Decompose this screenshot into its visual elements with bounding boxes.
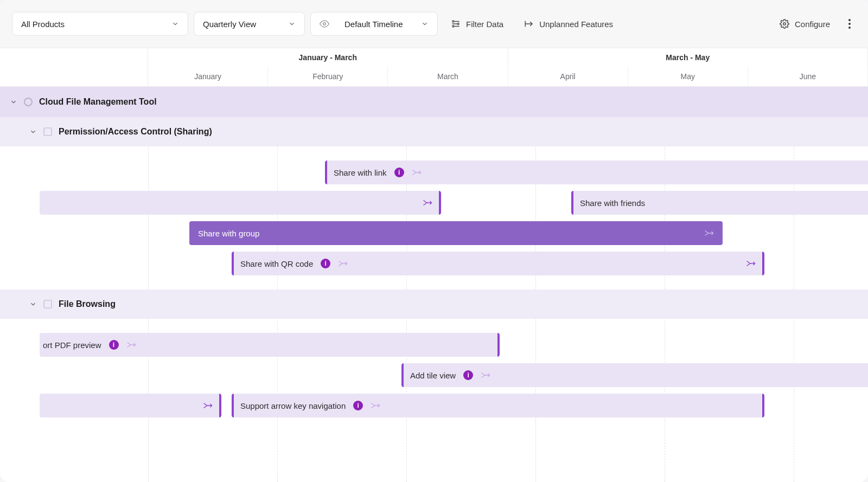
feature-bar[interactable]: Share with linki	[325, 160, 868, 184]
timeline-content: Cloud File Management ToolPermission/Acc…	[0, 87, 868, 482]
unplanned-button[interactable]: Unplanned Features	[516, 12, 621, 36]
svg-point-5	[457, 23, 459, 25]
feature-bar[interactable]	[40, 394, 221, 417]
chevron-down-icon	[421, 20, 429, 28]
feature-bar-label: Share with group	[198, 229, 259, 238]
section-row[interactable]: Permission/Access Control (Sharing)	[0, 117, 868, 146]
product-group-label: Cloud File Management Tool	[39, 97, 157, 107]
svg-point-6	[452, 25, 454, 27]
info-icon[interactable]: i	[463, 370, 473, 380]
feature-bar[interactable]: Share with QR codei	[232, 252, 764, 275]
info-icon[interactable]: i	[321, 259, 330, 268]
configure-button[interactable]: Configure	[772, 12, 838, 36]
filter-button[interactable]: Filter Data	[443, 12, 511, 36]
products-dropdown-label: All Products	[21, 20, 161, 29]
svg-point-0	[323, 23, 326, 25]
checkbox-icon	[43, 127, 52, 136]
chevron-down-icon	[29, 128, 37, 136]
configure-label: Configure	[795, 20, 830, 29]
unplanned-icon	[524, 19, 534, 29]
month-header: May	[628, 67, 748, 86]
merge-icon	[423, 199, 432, 207]
more-menu[interactable]	[843, 12, 856, 36]
unplanned-label: Unplanned Features	[539, 20, 613, 29]
svg-point-11	[848, 27, 851, 29]
app-root: All Products Quarterly View Default Time…	[0, 0, 868, 482]
info-icon[interactable]: i	[353, 401, 363, 410]
month-header: February	[268, 67, 388, 86]
lanes: Share with linkiShare with friendsShare …	[0, 146, 868, 290]
feature-bar-label: Share with QR code	[240, 259, 313, 268]
svg-point-8	[783, 23, 786, 25]
month-header: March	[388, 67, 508, 86]
timeline-header: January - MarchMarch - May JanuaryFebrua…	[0, 48, 868, 87]
chevron-down-icon	[29, 300, 37, 308]
merge-icon	[704, 229, 714, 237]
feature-bar[interactable]: Add tile viewi	[401, 363, 868, 387]
quarter-header: March - May	[508, 48, 869, 67]
view-dropdown-label: Quarterly View	[203, 20, 277, 29]
lanes: ort PDF previewiAdd tile viewiSupport ar…	[0, 319, 868, 432]
timeline-dropdown-label: Default Timeline	[344, 20, 410, 29]
merge-icon	[371, 402, 380, 409]
chevron-down-icon	[10, 98, 17, 106]
eye-icon	[320, 19, 329, 29]
feature-bar[interactable]: Support arrow key navigationi	[232, 394, 764, 417]
quarter-header: January - March	[148, 48, 508, 67]
feature-bar-label: Support arrow key navigation	[240, 401, 346, 410]
merge-icon	[203, 402, 213, 409]
info-icon[interactable]: i	[394, 168, 404, 177]
section-label: Permission/Access Control (Sharing)	[59, 127, 212, 137]
svg-point-4	[452, 21, 454, 22]
info-icon[interactable]: i	[109, 340, 119, 350]
feature-bar-label: ort PDF preview	[43, 340, 101, 350]
merge-icon	[481, 371, 490, 379]
section-row[interactable]: File Browsing	[0, 290, 868, 319]
merge-icon	[412, 169, 422, 176]
status-circle-icon	[24, 98, 33, 106]
section-label: File Browsing	[59, 299, 116, 309]
feature-bar[interactable]: ort PDF previewi	[40, 333, 500, 357]
merge-icon	[746, 260, 756, 267]
month-header: June	[748, 67, 868, 86]
feature-bar-label: Share with link	[334, 168, 387, 177]
toolbar: All Products Quarterly View Default Time…	[0, 0, 868, 48]
filter-label: Filter Data	[466, 20, 503, 29]
feature-bar[interactable]: Share with group	[189, 221, 723, 245]
checkbox-icon	[43, 300, 52, 309]
merge-icon	[338, 260, 348, 267]
chevron-down-icon	[288, 20, 296, 28]
chevron-down-icon	[171, 20, 179, 28]
feature-bar[interactable]	[40, 191, 441, 215]
feature-bar[interactable]: Share with friends	[571, 191, 868, 215]
timeline-dropdown[interactable]: Default Timeline	[310, 12, 438, 36]
product-group-row[interactable]: Cloud File Management Tool	[0, 87, 868, 117]
svg-point-10	[848, 23, 851, 25]
month-header: April	[508, 67, 628, 86]
sliders-icon	[451, 19, 461, 29]
products-dropdown[interactable]: All Products	[12, 12, 188, 36]
merge-icon	[126, 341, 136, 349]
feature-bar-label: Share with friends	[580, 198, 645, 208]
gear-icon	[780, 19, 789, 29]
svg-point-9	[848, 19, 851, 21]
view-dropdown[interactable]: Quarterly View	[194, 12, 305, 36]
month-header: January	[148, 67, 268, 86]
feature-bar-label: Add tile view	[410, 371, 456, 380]
